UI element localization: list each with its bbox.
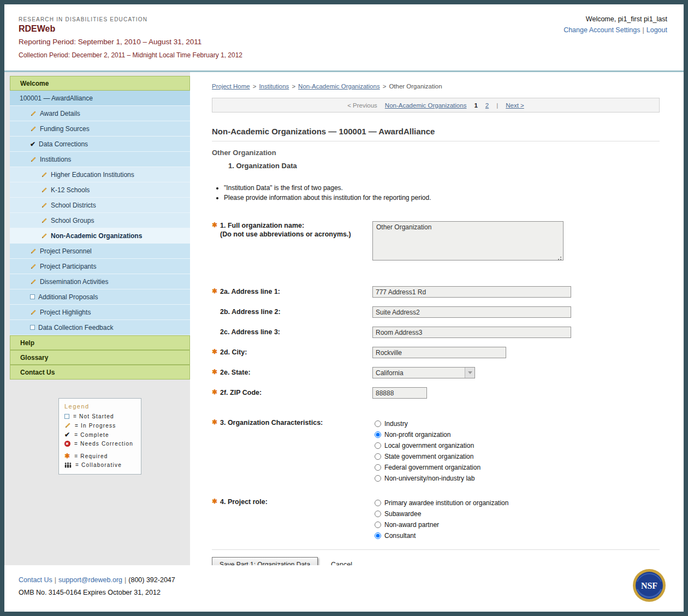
radio-button[interactable]: [375, 475, 381, 482]
sidebar-item-label: Higher Education Institutions: [51, 171, 134, 179]
sidebar-item-institutions[interactable]: Institutions: [10, 152, 190, 167]
pager-page-2[interactable]: 2: [485, 102, 489, 109]
dropdown-arrow-icon[interactable]: [465, 368, 475, 378]
sidebar-item-project-highlights[interactable]: Project Highlights: [10, 305, 190, 320]
pencil-icon: [30, 110, 37, 117]
error-icon: ✖: [64, 441, 70, 447]
breadcrumb-non-academic-organizations[interactable]: Non-Academic Organizations: [298, 83, 380, 90]
cancel-link[interactable]: Cancel: [331, 561, 352, 565]
logout-link[interactable]: Logout: [647, 26, 667, 34]
sidebar-item-school-districts[interactable]: School Districts: [10, 198, 190, 213]
zip-input[interactable]: [372, 387, 427, 399]
pagination-bar: < Previous Non-Academic Organizations 1 …: [212, 98, 660, 112]
legend-in-progress: = In Progress: [64, 422, 135, 429]
address1-input[interactable]: [372, 286, 571, 298]
sidebar-item-label: 100001 — AwardAlliance: [20, 94, 93, 102]
field-project-role-row: ✱ 4. Project role: Primary awardee insti…: [212, 497, 660, 541]
radio-option-non-award-partner[interactable]: Non-award partner: [375, 519, 660, 530]
sidebar-item-label: Project Highlights: [40, 309, 91, 316]
breadcrumb: Project Home>Institutions>Non-Academic O…: [212, 83, 660, 90]
radio-button[interactable]: [375, 431, 381, 438]
save-button[interactable]: Save Part 1: Organization Data: [212, 557, 318, 565]
legend-collaborative: = Collaborative: [64, 462, 135, 468]
legend-box: Legend = Not Started = In Progress ✔ = C…: [58, 398, 141, 475]
radio-label: Primary awardee institution or organizat…: [384, 499, 508, 507]
sidebar-item-data-collection-feedback[interactable]: Data Collection Feedback: [10, 320, 190, 335]
sidebar-item-label: K-12 Schools: [51, 186, 90, 194]
radio-option-non-university-lab[interactable]: Non-university/non-industry lab: [375, 473, 660, 483]
org-name-textarea[interactable]: Other Organization: [372, 221, 564, 260]
section-title: 1. Organization Data: [228, 162, 660, 170]
pencil-icon: [30, 156, 37, 163]
sidebar-item-k12-schools[interactable]: K-12 Schools: [10, 182, 190, 198]
radio-option-industry[interactable]: Industry: [375, 418, 660, 429]
radio-option-local-government[interactable]: Local government organization: [375, 440, 660, 451]
legend-label: = Required: [74, 453, 108, 459]
people-icon: [64, 462, 72, 468]
sidebar: Welcome 100001 — AwardAlliance Award Det…: [4, 72, 190, 565]
pencil-icon: [41, 217, 48, 224]
legend-label: = Collaborative: [75, 462, 122, 468]
radio-option-federal-government[interactable]: Federal government organization: [375, 462, 660, 472]
required-asterisk-icon: ✱: [64, 453, 70, 459]
sidebar-item-project-participants[interactable]: Project Participants: [10, 259, 190, 274]
sidebar-item-contact-us[interactable]: Contact Us: [10, 365, 190, 380]
field-label: 2e. State:: [220, 368, 251, 377]
breadcrumb-institutions[interactable]: Institutions: [259, 83, 289, 90]
radio-button[interactable]: [375, 453, 381, 460]
sidebar-item-award-details[interactable]: Award Details: [10, 106, 190, 121]
sidebar-item-help[interactable]: Help: [10, 335, 190, 350]
field-label: 2c. Address line 3:: [220, 328, 280, 336]
sidebar-item-funding-sources[interactable]: Funding Sources: [10, 121, 190, 137]
radio-option-state-government[interactable]: State government organization: [375, 451, 660, 461]
breadcrumb-project-home[interactable]: Project Home: [212, 83, 250, 90]
radio-button[interactable]: [375, 500, 381, 506]
page-subtitle: Other Organization: [212, 149, 660, 157]
sidebar-item-data-corrections[interactable]: ✔ Data Corrections: [10, 137, 190, 152]
radio-option-primary-awardee[interactable]: Primary awardee institution or organizat…: [375, 497, 660, 508]
radio-button[interactable]: [375, 464, 381, 471]
radio-option-consultant[interactable]: Consultant: [375, 530, 660, 541]
sidebar-item-award[interactable]: 100001 — AwardAlliance: [10, 91, 190, 106]
pencil-icon: [41, 233, 48, 239]
radio-button[interactable]: [375, 511, 381, 517]
sidebar-item-dissemination-activities[interactable]: Dissemination Activities: [10, 274, 190, 289]
next-link[interactable]: Next >: [506, 102, 524, 109]
radio-label: State government organization: [384, 453, 473, 460]
breadcrumb-separator: >: [383, 83, 387, 90]
header: RESEARCH IN DISABILITIES EDUCATION RDEWe…: [4, 4, 684, 72]
sidebar-item-non-academic-organizations[interactable]: Non-Academic Organizations: [10, 228, 190, 244]
footer-contact-us-link[interactable]: Contact Us: [19, 576, 52, 584]
city-input[interactable]: [372, 347, 506, 358]
sidebar-item-welcome[interactable]: Welcome: [10, 76, 190, 91]
state-select[interactable]: California: [372, 367, 475, 378]
radio-label: Federal government organization: [384, 464, 481, 471]
sidebar-item-glossary[interactable]: Glossary: [10, 350, 190, 365]
pager-section-link[interactable]: Non-Academic Organizations: [385, 102, 467, 109]
resize-grip-icon[interactable]: [560, 259, 561, 260]
radio-label: Consultant: [384, 532, 416, 540]
radio-button[interactable]: [375, 522, 381, 528]
radio-button[interactable]: [375, 442, 381, 449]
sidebar-item-label: Project Personnel: [40, 247, 92, 255]
footer-email-link[interactable]: support@rdeweb.org: [58, 576, 122, 584]
sidebar-item-project-personnel[interactable]: Project Personnel: [10, 244, 190, 259]
radio-button[interactable]: [375, 532, 381, 539]
check-icon: ✔: [64, 431, 70, 438]
collection-period: Collection Period: December 2, 2011 – Mi…: [19, 51, 668, 59]
change-account-settings-link[interactable]: Change Account Settings: [564, 26, 640, 34]
sidebar-item-additional-proposals[interactable]: Additional Proposals: [10, 289, 190, 305]
radio-option-non-profit[interactable]: Non-profit organization: [375, 429, 660, 440]
address3-input[interactable]: [372, 327, 571, 338]
required-asterisk-icon: ✱: [212, 388, 220, 396]
sidebar-item-school-groups[interactable]: School Groups: [10, 213, 190, 228]
radio-option-subawardee[interactable]: Subawardee: [375, 508, 660, 519]
address2-input[interactable]: [372, 306, 571, 318]
radio-button[interactable]: [375, 420, 381, 427]
previous-link[interactable]: < Previous: [347, 102, 377, 109]
field-address2-row: 2b. Address line 2:: [212, 306, 660, 318]
sidebar-item-higher-education-institutions[interactable]: Higher Education Institutions: [10, 167, 190, 182]
breadcrumb-separator: >: [292, 83, 295, 90]
pencil-icon: [30, 263, 37, 270]
page-title: Non-Academic Organizations — 100001 — Aw…: [212, 127, 660, 141]
